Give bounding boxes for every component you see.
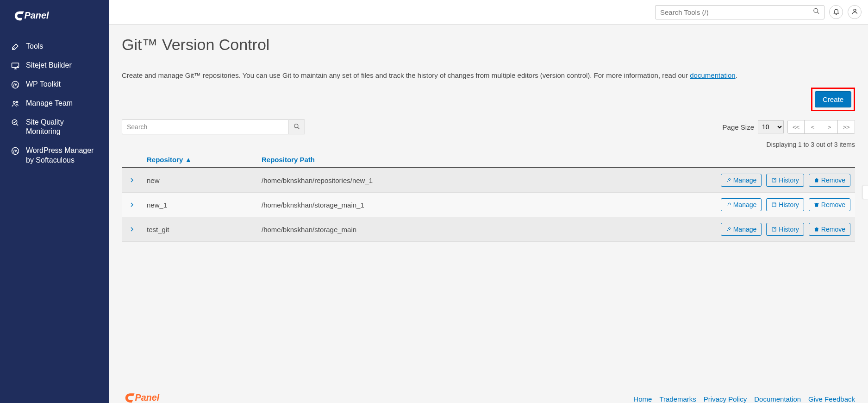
manage-button[interactable]: Manage: [721, 223, 762, 236]
svg-point-8: [854, 9, 856, 12]
footer-links: Home Trademarks Privacy Policy Documenta…: [633, 395, 855, 403]
manage-button[interactable]: Manage: [721, 174, 762, 187]
history-button[interactable]: History: [766, 198, 804, 211]
sidebar-item-sitejet[interactable]: Sitejet Builder: [0, 56, 109, 75]
repo-name-cell: new_1: [142, 193, 257, 217]
sidebar-item-manageteam[interactable]: Manage Team: [0, 94, 109, 113]
edge-tab[interactable]: [862, 185, 868, 199]
chevron-right-icon[interactable]: [129, 201, 135, 209]
search-icon: [813, 8, 820, 17]
page-size-select[interactable]: 10: [758, 120, 784, 133]
controls-row: Page Size 10 << < > >>: [122, 120, 855, 134]
wordpress-icon: [11, 81, 19, 89]
page-description: Create and manage Git™ repositories. You…: [122, 71, 855, 79]
pager-prev-button[interactable]: <: [805, 120, 821, 133]
repo-search-box: [122, 120, 305, 134]
team-icon: [11, 100, 19, 108]
sidebar-item-label: Manage Team: [26, 99, 73, 108]
remove-button[interactable]: Remove: [809, 198, 850, 211]
table-row: new_1/home/bknskhan/storage_main_1Manage…: [122, 193, 855, 217]
account-button[interactable]: [848, 5, 862, 19]
repo-path-cell: /home/bknskhan/repositories/new_1: [257, 168, 707, 193]
remove-button[interactable]: Remove: [809, 223, 850, 236]
pager-next-button[interactable]: >: [821, 120, 838, 133]
sidebar: Panel Tools Sitejet Builder WP Toolkit M…: [0, 0, 109, 403]
content: Git™ Version Control Create and manage G…: [109, 25, 868, 403]
pager-first-button[interactable]: <<: [788, 120, 805, 133]
sidebar-item-sitequality[interactable]: Site Quality Monitoring: [0, 113, 109, 142]
displaying-text: Displaying 1 to 3 out of 3 items: [122, 141, 855, 148]
main: Git™ Version Control Create and manage G…: [109, 0, 868, 403]
sidebar-item-wptoolkit[interactable]: WP Toolkit: [0, 75, 109, 94]
create-row: Create: [122, 88, 855, 111]
footer-link-home[interactable]: Home: [633, 395, 652, 403]
table-row: test_git/home/bknskhan/storage_mainManag…: [122, 217, 855, 242]
page-title: Git™ Version Control: [122, 36, 855, 54]
global-search-wrap: [655, 5, 824, 19]
manage-button[interactable]: Manage: [721, 198, 762, 211]
footer-link-privacy[interactable]: Privacy Policy: [704, 395, 747, 403]
sidebar-item-label: Site Quality Monitoring: [26, 118, 98, 137]
notifications-button[interactable]: [829, 5, 843, 19]
footer-link-feedback[interactable]: Give Feedback: [808, 395, 855, 403]
repo-name-cell: test_git: [142, 217, 257, 242]
sidebar-item-label: WordPress Manager by Softaculous: [26, 146, 98, 165]
svg-text:Panel: Panel: [135, 392, 160, 403]
top-bar: [109, 0, 868, 25]
documentation-link[interactable]: documentation: [690, 71, 735, 79]
footer: Panel Home Trademarks Privacy Policy Doc…: [122, 391, 855, 403]
create-highlight: Create: [811, 88, 855, 111]
tools-icon: [11, 43, 19, 51]
repo-search-button[interactable]: [288, 120, 305, 134]
history-button[interactable]: History: [766, 223, 804, 236]
table-row: new/home/bknskhan/repositories/new_1Mana…: [122, 168, 855, 193]
bell-icon: [833, 8, 840, 16]
user-icon: [851, 8, 858, 16]
global-search-input[interactable]: [655, 5, 824, 19]
create-button[interactable]: Create: [815, 91, 851, 107]
monitor-icon: [11, 62, 19, 70]
svg-point-7: [814, 8, 818, 13]
pager-wrap: Page Size 10 << < > >>: [723, 120, 855, 134]
sidebar-item-tools[interactable]: Tools: [0, 37, 109, 56]
sidebar-item-label: Tools: [26, 42, 43, 51]
svg-point-9: [294, 124, 298, 127]
magnify-check-icon: [11, 119, 19, 127]
svg-text:Panel: Panel: [25, 10, 49, 20]
table-header-path[interactable]: Repository Path: [257, 152, 707, 168]
repo-name-cell: new: [142, 168, 257, 193]
pager-buttons: << < > >>: [787, 120, 855, 134]
sidebar-item-label: WP Toolkit: [26, 80, 61, 89]
repo-table: Repository ▲ Repository Path new/home/bk…: [122, 152, 855, 242]
remove-button[interactable]: Remove: [809, 174, 850, 187]
description-suffix: .: [736, 71, 737, 79]
svg-point-3: [13, 101, 16, 104]
cpanel-footer-logo[interactable]: Panel: [122, 391, 173, 403]
wordpress-icon: [11, 147, 19, 155]
page-size-label: Page Size: [723, 123, 754, 131]
sidebar-item-wpmanager[interactable]: WordPress Manager by Softaculous: [0, 141, 109, 170]
pager-last-button[interactable]: >>: [838, 120, 855, 133]
repo-search-input[interactable]: [122, 120, 288, 134]
table-header-actions: [707, 152, 855, 168]
footer-link-documentation[interactable]: Documentation: [754, 395, 801, 403]
search-icon: [293, 123, 300, 131]
nav: Tools Sitejet Builder WP Toolkit Manage …: [0, 37, 109, 170]
chevron-right-icon[interactable]: [129, 176, 135, 184]
table-header-repository[interactable]: Repository ▲: [142, 152, 257, 168]
chevron-right-icon[interactable]: [129, 226, 135, 233]
repo-path-cell: /home/bknskhan/storage_main: [257, 217, 707, 242]
repo-path-cell: /home/bknskhan/storage_main_1: [257, 193, 707, 217]
history-button[interactable]: History: [766, 174, 804, 187]
sidebar-item-label: Sitejet Builder: [26, 61, 72, 70]
svg-point-4: [16, 101, 18, 103]
footer-link-trademarks[interactable]: Trademarks: [659, 395, 696, 403]
table-header-expand: [122, 152, 142, 168]
description-text: Create and manage Git™ repositories. You…: [122, 71, 690, 79]
cpanel-logo[interactable]: Panel: [0, 0, 109, 37]
